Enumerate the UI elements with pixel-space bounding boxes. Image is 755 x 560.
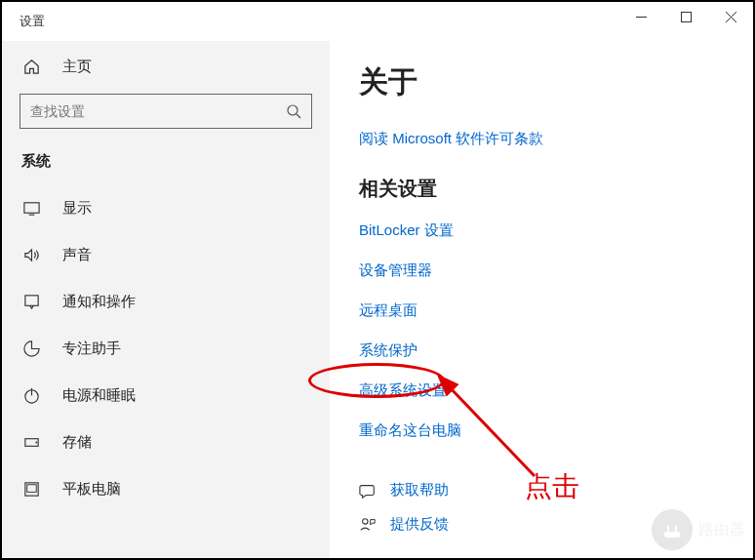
close-button[interactable] (708, 2, 753, 31)
window-title: 设置 (20, 13, 45, 30)
sidebar-item-power[interactable]: 电源和睡眠 (2, 372, 330, 419)
search-box[interactable] (20, 94, 312, 129)
link-device-manager[interactable]: 设备管理器 (359, 261, 753, 280)
svg-rect-14 (26, 484, 36, 492)
link-rename-pc[interactable]: 重命名这台电脑 (359, 421, 753, 440)
link-license[interactable]: 阅读 Microsoft 软件许可条款 (359, 130, 753, 148)
search-input[interactable] (30, 103, 286, 119)
sidebar-item-focus[interactable]: 专注助手 (2, 325, 330, 372)
tablet-icon (21, 479, 41, 499)
window-controls (618, 2, 753, 31)
sidebar-item-label: 存储 (62, 433, 92, 452)
focus-icon (21, 339, 41, 358)
feedback-icon (359, 516, 377, 534)
sidebar-item-display[interactable]: 显示 (2, 184, 330, 231)
main-panel: 关于 阅读 Microsoft 软件许可条款 相关设置 BitLocker 设置… (330, 41, 753, 558)
link-remote-desktop[interactable]: 远程桌面 (359, 301, 753, 320)
sidebar-item-storage[interactable]: 存储 (2, 419, 330, 465)
svg-point-12 (35, 441, 37, 443)
get-help-link[interactable]: 获取帮助 (359, 481, 753, 500)
sidebar-item-sound[interactable]: 声音 (2, 231, 330, 278)
page-title: 关于 (359, 62, 753, 102)
settings-window: 设置 主页 (0, 0, 755, 560)
sidebar-item-label: 显示 (62, 199, 92, 218)
home-nav[interactable]: 主页 (2, 47, 330, 90)
home-label: 主页 (62, 58, 92, 76)
search-wrap (20, 94, 312, 129)
home-icon (21, 57, 41, 76)
sidebar-item-label: 通知和操作 (62, 293, 136, 311)
search-icon (286, 103, 301, 119)
sidebar-item-label: 电源和睡眠 (62, 386, 136, 405)
storage-icon (21, 432, 41, 452)
svg-point-15 (363, 518, 368, 523)
power-icon (21, 385, 41, 405)
give-feedback-link[interactable]: 提供反馈 (359, 515, 753, 534)
related-settings-title: 相关设置 (359, 176, 753, 202)
feedback-label: 提供反馈 (390, 515, 449, 534)
minimize-button[interactable] (618, 2, 663, 31)
svg-rect-6 (23, 202, 38, 212)
svg-point-4 (288, 105, 298, 115)
svg-rect-1 (681, 12, 691, 21)
sidebar-item-tablet[interactable]: 平板电脑 (2, 465, 330, 512)
content-area: 主页 系统 显示 声 (2, 41, 753, 558)
link-system-protection[interactable]: 系统保护 (359, 341, 753, 360)
sidebar: 主页 系统 显示 声 (2, 41, 330, 558)
help-label: 获取帮助 (390, 481, 449, 500)
help-icon (359, 482, 377, 500)
svg-rect-8 (24, 295, 37, 304)
sidebar-section-title: 系统 (2, 142, 330, 184)
notification-icon (21, 292, 41, 311)
svg-line-5 (297, 114, 300, 118)
sidebar-item-label: 平板电脑 (62, 480, 121, 499)
display-icon (21, 198, 41, 218)
sidebar-item-notifications[interactable]: 通知和操作 (2, 278, 330, 325)
link-advanced-system-settings[interactable]: 高级系统设置 (359, 381, 753, 400)
sidebar-item-label: 专注助手 (62, 340, 121, 358)
sidebar-item-label: 声音 (62, 246, 92, 264)
sound-icon (21, 245, 41, 264)
maximize-button[interactable] (663, 2, 708, 31)
link-bitlocker[interactable]: BitLocker 设置 (359, 221, 753, 240)
